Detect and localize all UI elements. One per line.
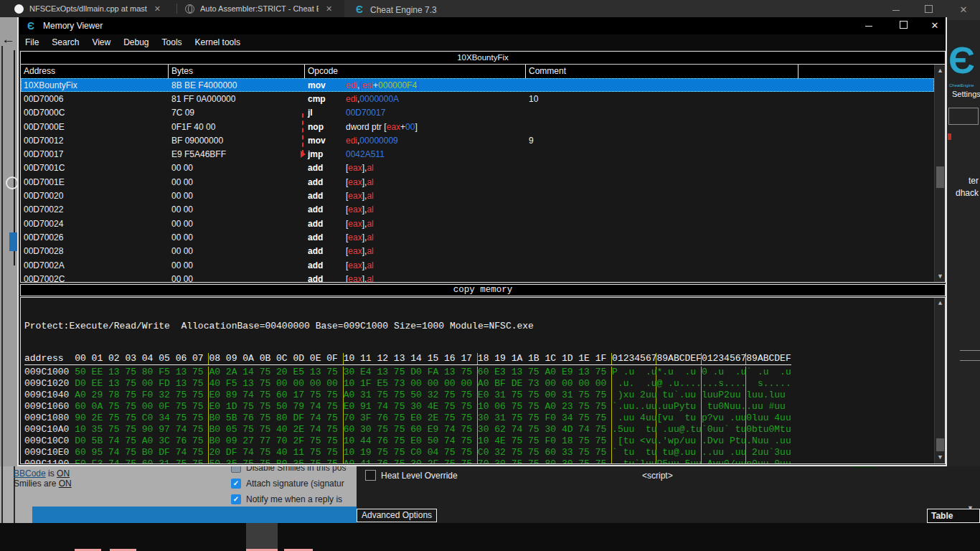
close-button[interactable]: ✕: [923, 17, 947, 34]
bbcode-link[interactable]: BBCode: [14, 468, 46, 479]
tab-title: Auto Assembler:STRICT - Cheat E: [200, 4, 319, 13]
jump-arrow-icon: [301, 151, 306, 158]
edit-box-fragment[interactable]: [948, 108, 979, 125]
disasm-row[interactable]: 00D7001C00 00add[eax],al: [21, 161, 934, 175]
cheat-engine-brand: CheatEngine: [949, 83, 974, 88]
hex-header-row: address00 01 02 03 04 05 06 0708 09 0A 0…: [24, 353, 791, 365]
hexview-panel: Protect:Execute/Read/Write AllocationBas…: [20, 297, 946, 464]
menu-kernel-tools[interactable]: Kernel tools: [189, 37, 247, 47]
divider: [960, 360, 980, 361]
disasm-row[interactable]: 00D7000681 FF 0A000000cmpedi,0000000A10: [21, 92, 934, 105]
forum-page-fragment: BBCode is ON Smilies are ON Disable Smil…: [0, 466, 357, 523]
disasm-row[interactable]: 00D7001E00 00add[eax],al: [21, 175, 934, 189]
window-title: Memory Viewer: [43, 21, 103, 31]
background-fragment: [9, 232, 17, 251]
submit-bar[interactable]: [32, 507, 357, 523]
hex-row[interactable]: 009C10E060 95 74 75 B0 DF 74 7520 DF 74 …: [24, 447, 791, 458]
menu-search[interactable]: Search: [45, 37, 85, 47]
hex-row[interactable]: 009C100050 EE 13 75 80 F5 13 75A0 2A 14 …: [24, 367, 791, 378]
column-extra: [798, 65, 934, 78]
menu-tools[interactable]: Tools: [156, 37, 189, 47]
window-title: Cheat Engine 7.3: [370, 5, 437, 15]
taskbar: Y Є NFS ENG 12:37: [0, 523, 980, 551]
checkbox-label: Disable Smilies in this pos: [246, 466, 346, 473]
divider: [960, 350, 980, 351]
disasm-row[interactable]: 00D7002A00 00add[eax],al: [21, 258, 934, 272]
checkbox[interactable]: [231, 466, 241, 473]
taskbar-active-cell: [246, 523, 278, 551]
minimize-button[interactable]: [857, 17, 881, 34]
menu-file[interactable]: File: [19, 37, 45, 47]
hex-row[interactable]: 009C1020D0 EE 13 75 00 FD 13 7540 F5 13 …: [24, 378, 791, 390]
scroll-down-icon[interactable]: ▼: [935, 452, 946, 463]
menu-view[interactable]: View: [85, 37, 117, 47]
settings-link[interactable]: Settings: [952, 90, 980, 98]
tab-close-icon[interactable]: ✕: [326, 4, 332, 14]
tab-close-icon[interactable]: ✕: [154, 4, 161, 14]
hex-row[interactable]: 009C10A010 35 75 75 90 97 74 75B0 05 75 …: [24, 424, 791, 435]
browser-tab-1[interactable]: NFSCExOpts/dllmain.cpp at mast ✕: [14, 0, 176, 17]
column-bytes[interactable]: Bytes: [169, 65, 305, 78]
window-edge: [1, 46, 3, 523]
hex-scrollbar[interactable]: ▲ ▼: [934, 298, 945, 463]
disasm-rows: 10XBountyFix8B BE F4000000movedi,[esi+00…: [21, 78, 934, 282]
disasm-header: Address Bytes Opcode Comment: [21, 65, 934, 78]
desktop: NFSCExOpts/dllmain.cpp at mast ✕ Auto As…: [0, 0, 980, 551]
window-edge: [1, 466, 3, 523]
copy-memory-bar[interactable]: copy memory: [20, 284, 946, 296]
cheat-engine-logo: Є: [948, 40, 975, 80]
label-fragment: ter: [969, 176, 979, 186]
forum-checkbox-row[interactable]: ✓Notify me when a reply is: [231, 494, 342, 504]
disasm-row[interactable]: 00D7002200 00add[eax],al: [21, 203, 934, 217]
cheat-engine-bottom-fragment: Heat Level Override <script> Advanced Op…: [357, 466, 980, 523]
checkbox-label: Attach signature (signatur: [246, 479, 344, 489]
advanced-options-button[interactable]: Advanced Options: [357, 509, 437, 522]
disasm-caption: 10XBountyFix: [21, 52, 945, 65]
forum-checkbox-row[interactable]: Disable Smilies in this pos: [231, 466, 346, 473]
disasm-row[interactable]: 00D70012BF 09000000movedi,000000099: [21, 133, 934, 147]
label-fragment: dhack: [956, 188, 979, 198]
checkbox[interactable]: ✓: [231, 494, 241, 504]
hexview-content[interactable]: Protect:Execute/Read/Write AllocationBas…: [24, 299, 933, 463]
menu-debug[interactable]: Debug: [117, 37, 155, 47]
heat-level-label: Heat Level Override: [381, 471, 458, 481]
browser-tab-2[interactable]: Auto Assembler:STRICT - Cheat E ✕: [185, 0, 344, 17]
column-address[interactable]: Address: [21, 65, 169, 78]
disasm-row[interactable]: 10XBountyFix8B BE F4000000movedi,[esi+00…: [21, 78, 934, 92]
memory-viewer-titlebar[interactable]: Є Memory Viewer ✕: [19, 17, 946, 34]
disasm-row[interactable]: 00D7000E0F1F 40 00nopdword ptr [eax+00]: [21, 120, 934, 133]
table-extras-button[interactable]: Table Extras: [927, 509, 980, 523]
hex-row[interactable]: 009C1100E0 F3 74 75 60 31 75 7550 35 75 …: [24, 458, 791, 463]
disassembler-panel: 10XBountyFix Address Bytes Opcode Commen…: [20, 51, 946, 283]
scrollbar-thumb[interactable]: [936, 166, 944, 188]
hex-row[interactable]: 009C106060 0A 75 75 00 0F 75 75E0 1D 75 …: [24, 401, 791, 413]
scrollbar-thumb[interactable]: [936, 438, 944, 451]
heat-level-checkbox[interactable]: [365, 470, 376, 481]
scroll-up-icon[interactable]: ▲: [935, 65, 946, 76]
disasm-row[interactable]: 00D7002800 00add[eax],al: [21, 245, 934, 258]
disasm-row[interactable]: 00D7002400 00add[eax],al: [21, 217, 934, 230]
checkbox[interactable]: ✓: [231, 479, 241, 489]
disasm-row[interactable]: 00D7002600 00add[eax],al: [21, 230, 934, 244]
disasm-row[interactable]: 00D7002000 00add[eax],al: [21, 189, 934, 202]
memory-viewer-window: Є Memory Viewer ✕ FileSearchViewDebugToo…: [17, 17, 947, 466]
hex-row[interactable]: 009C108090 2E 75 75 C0 34 75 75B0 5B 76 …: [24, 413, 791, 424]
column-comment[interactable]: Comment: [526, 65, 798, 78]
hex-row[interactable]: 009C10C0D0 5B 74 75 A0 3C 76 75B0 09 27 …: [24, 435, 791, 447]
disasm-row[interactable]: 00D7002C00 00add[eax],al: [21, 272, 934, 282]
scroll-up-icon[interactable]: ▲: [935, 298, 946, 309]
disasm-row[interactable]: 00D70017E9 F5A46BFFjmp0042A511: [21, 147, 934, 161]
back-arrow-icon[interactable]: ←: [1, 32, 15, 47]
column-opcode[interactable]: Opcode: [305, 65, 526, 78]
tab-title: NFSCExOpts/dllmain.cpp at mast: [29, 4, 147, 13]
maximize-button[interactable]: [891, 17, 915, 34]
tab-separator: [176, 4, 177, 14]
background-left-strip: ←: [0, 17, 17, 523]
forum-checkbox-row[interactable]: ✓Attach signature (signatur: [231, 479, 344, 489]
close-button[interactable]: ✕: [951, 0, 976, 20]
hex-row[interactable]: 009C1040A0 29 78 75 F0 32 75 75E0 89 74 …: [24, 390, 791, 401]
menu-bar: FileSearchViewDebugToolsKernel tools: [19, 34, 946, 50]
disasm-scrollbar[interactable]: ▲ ▼: [934, 65, 945, 282]
scroll-down-icon[interactable]: ▼: [935, 270, 946, 282]
disasm-row[interactable]: 00D7000C7C 09jl00D70017: [21, 106, 934, 120]
